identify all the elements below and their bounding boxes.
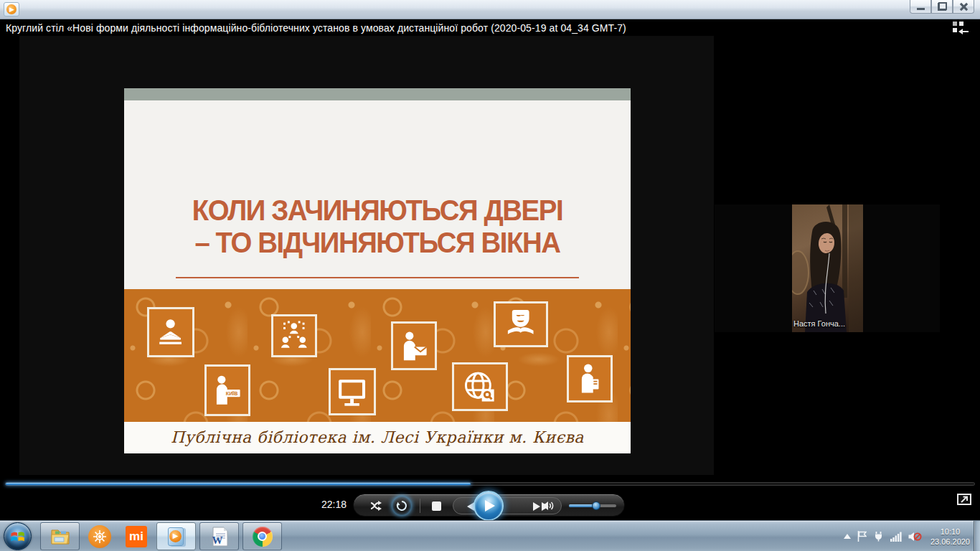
system-tray: 10:10 23.06.2020 bbox=[844, 521, 971, 551]
taskbar-item-media-player[interactable]: ▶ bbox=[156, 522, 196, 550]
network-button[interactable] bbox=[890, 532, 902, 542]
stop-icon bbox=[432, 501, 441, 511]
control-pill bbox=[353, 494, 625, 517]
taskbar-item-word[interactable]: W bbox=[199, 522, 239, 550]
window-titlebar: ▶ bbox=[0, 0, 980, 19]
mi-logo-icon: mi bbox=[126, 526, 147, 547]
muted-speaker-icon bbox=[908, 531, 922, 542]
signal-bars-icon bbox=[890, 532, 902, 542]
player-controls: 22:18 bbox=[0, 491, 980, 520]
plug-icon bbox=[873, 531, 884, 542]
elapsed-time: 22:18 bbox=[321, 499, 347, 510]
minimize-button[interactable] bbox=[910, 0, 931, 14]
person-kyiv-blocks-icon: КИЇВ bbox=[204, 364, 250, 416]
taskbar-item-chrome[interactable] bbox=[242, 522, 282, 550]
flag-icon bbox=[857, 531, 867, 542]
media-player-icon: ▶ bbox=[166, 526, 187, 547]
svg-text:КИЇВ: КИЇВ bbox=[226, 391, 238, 397]
helm-wheel-icon bbox=[88, 525, 111, 548]
taskbar-item-mi[interactable]: mi bbox=[120, 522, 153, 550]
slide-icon-band: КИЇВ bbox=[124, 289, 631, 422]
restore-button[interactable] bbox=[931, 0, 953, 14]
shuffle-icon bbox=[370, 500, 385, 512]
participant-name-label: Настя Гонча... bbox=[793, 319, 845, 328]
people-network-icon bbox=[271, 314, 317, 357]
volume-tray-button[interactable] bbox=[908, 531, 922, 542]
shuffle-button[interactable] bbox=[367, 494, 388, 517]
globe-search-icon bbox=[452, 362, 508, 411]
word-icon: W bbox=[210, 527, 229, 547]
volume-knob[interactable] bbox=[592, 501, 600, 510]
start-button[interactable] bbox=[4, 522, 32, 550]
computer-monitor-icon bbox=[329, 368, 376, 415]
switch-view-button[interactable] bbox=[957, 494, 971, 505]
mute-button[interactable] bbox=[537, 494, 560, 517]
svg-text:W: W bbox=[212, 534, 222, 546]
repeat-icon bbox=[396, 500, 407, 512]
repeat-button[interactable] bbox=[391, 494, 413, 517]
seek-bar[interactable] bbox=[5, 482, 975, 486]
slide-footer-text: Публічна бібліотека ім. Лесі Українки м.… bbox=[124, 422, 631, 453]
close-icon bbox=[959, 2, 968, 11]
chrome-icon bbox=[253, 527, 273, 547]
taskbar-item-explorer[interactable] bbox=[40, 522, 80, 550]
safely-remove-button[interactable] bbox=[873, 531, 884, 542]
gallery-view-toggle-icon bbox=[953, 22, 971, 36]
restore-icon bbox=[938, 3, 946, 10]
slide-top-bar bbox=[124, 88, 631, 100]
tray-time: 10:10 bbox=[930, 527, 970, 537]
person-with-mail-icon bbox=[391, 321, 437, 370]
participant-panel: Настя Гонча... bbox=[715, 204, 940, 332]
video-stage: Круглий стіл «Нові форми діяльності інфо… bbox=[0, 19, 980, 520]
tray-clock[interactable]: 10:10 23.06.2020 bbox=[928, 527, 970, 547]
participant-video: Настя Гонча... bbox=[792, 204, 863, 332]
windows-logo-icon bbox=[9, 528, 26, 545]
presentation-slide: КОЛИ ЗАЧИНЯЮТЬСЯ ДВЕРІ – ТО ВІДЧИНЯЮТЬСЯ… bbox=[124, 88, 631, 453]
person-with-phone-icon bbox=[567, 355, 613, 402]
controls-divider bbox=[420, 499, 420, 513]
show-desktop-button[interactable] bbox=[974, 521, 980, 551]
folder-icon bbox=[50, 527, 71, 546]
video-title: Круглий стіл «Нові форми діяльності інфо… bbox=[6, 22, 831, 34]
minimize-icon bbox=[917, 8, 925, 10]
person-reading-book-icon bbox=[147, 307, 194, 357]
theater-mask-book-icon bbox=[494, 301, 548, 347]
tray-date: 23.06.2020 bbox=[930, 537, 970, 547]
stop-button[interactable] bbox=[425, 494, 447, 517]
volume-slider[interactable] bbox=[569, 504, 616, 507]
slide-title: КОЛИ ЗАЧИНЯЮТЬСЯ ДВЕРІ – ТО ВІДЧИНЯЮТЬСЯ… bbox=[134, 194, 621, 259]
diagonal-arrow-icon bbox=[960, 496, 969, 503]
seek-progress bbox=[6, 483, 471, 485]
taskbar: mi ▶ W bbox=[0, 520, 980, 551]
play-icon bbox=[484, 499, 496, 512]
speaker-icon bbox=[542, 500, 556, 512]
chevron-up-icon bbox=[844, 534, 851, 539]
play-button[interactable] bbox=[473, 491, 504, 521]
action-center-button[interactable] bbox=[857, 531, 867, 542]
close-button[interactable] bbox=[953, 0, 974, 14]
slide-divider bbox=[176, 277, 579, 278]
media-player-window-icon: ▶ bbox=[4, 2, 19, 17]
taskbar-item-helm[interactable] bbox=[83, 522, 116, 550]
hidden-icons-button[interactable] bbox=[844, 534, 851, 539]
